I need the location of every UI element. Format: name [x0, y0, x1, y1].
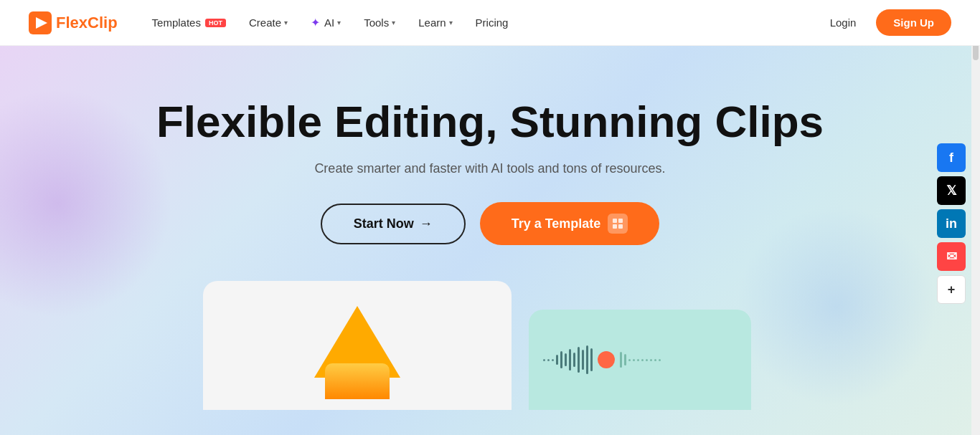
play-rect	[325, 363, 390, 399]
svg-rect-2	[613, 219, 617, 223]
signup-button[interactable]: Sign Up	[876, 9, 951, 36]
waveform	[543, 345, 737, 374]
svg-rect-4	[613, 224, 617, 229]
wave-dot-6	[637, 359, 639, 361]
preview-card-main	[203, 281, 512, 410]
wave-dot-4	[628, 359, 631, 361]
create-label: Create	[249, 16, 281, 29]
wave-bar-7	[582, 350, 584, 370]
social-email-button[interactable]: ✉	[937, 242, 966, 271]
template-icon	[608, 214, 628, 234]
wave-dot-9	[650, 359, 652, 361]
wave-dot-3	[552, 359, 554, 361]
wave-bar-4	[569, 349, 571, 371]
nav-links: Templates HOT Create ▾ ✦ AI ▾ Tools ▾ Le…	[143, 10, 517, 35]
pricing-label: Pricing	[476, 16, 509, 29]
ai-label: AI	[324, 16, 334, 29]
nav-create[interactable]: Create ▾	[240, 11, 296, 34]
learn-chevron: ▾	[449, 19, 453, 27]
wave-dot-10	[654, 359, 656, 361]
wave-bar-6	[578, 347, 580, 373]
wave-dot-1	[543, 359, 545, 361]
wave-bar-11	[624, 354, 626, 365]
try-template-label: Try a Template	[512, 216, 601, 231]
hero-preview	[203, 281, 777, 410]
hero-title: Flexible Editing, Stunning Clips	[156, 96, 824, 147]
svg-rect-5	[618, 224, 623, 229]
play-shape-icon	[314, 292, 400, 399]
hero-section: Flexible Editing, Stunning Clips Create …	[0, 46, 980, 435]
social-more-button[interactable]: +	[937, 275, 966, 304]
social-sidebar: f 𝕏 in ✉ +	[937, 143, 966, 304]
hero-subtitle: Create smarter and faster with AI tools …	[314, 161, 665, 176]
wave-bar-1	[556, 355, 558, 365]
wave-bar-9	[590, 348, 593, 371]
start-now-button[interactable]: Start Now →	[321, 204, 466, 244]
start-now-label: Start Now	[354, 216, 414, 231]
nav-tools[interactable]: Tools ▾	[355, 11, 404, 34]
wave-playhead	[598, 351, 615, 368]
navbar: FlexClip Templates HOT Create ▾ ✦ AI ▾ T…	[0, 0, 980, 46]
tools-label: Tools	[364, 16, 389, 29]
ai-star-icon: ✦	[311, 16, 320, 29]
social-facebook-button[interactable]: f	[937, 143, 966, 172]
svg-rect-3	[618, 219, 623, 223]
wave-bar-8	[586, 345, 588, 374]
nav-pricing[interactable]: Pricing	[467, 11, 517, 34]
try-template-button[interactable]: Try a Template	[480, 202, 660, 245]
wave-dot-7	[641, 359, 644, 361]
logo-icon	[29, 11, 52, 34]
templates-label: Templates	[152, 16, 201, 29]
wave-dot-11	[659, 359, 661, 361]
wave-bar-2	[560, 351, 562, 368]
wave-bar-3	[565, 353, 567, 366]
ai-chevron: ▾	[337, 19, 341, 27]
wave-bar-10	[620, 352, 622, 368]
hot-badge: HOT	[205, 19, 226, 27]
tools-chevron: ▾	[392, 19, 395, 27]
wave-dot-2	[547, 359, 550, 361]
nav-ai[interactable]: ✦ AI ▾	[302, 10, 349, 35]
logo[interactable]: FlexClip	[29, 11, 118, 34]
social-linkedin-button[interactable]: in	[937, 209, 966, 238]
create-chevron: ▾	[284, 19, 288, 27]
nav-learn[interactable]: Learn ▾	[410, 11, 461, 34]
logo-text: FlexClip	[56, 14, 118, 32]
navbar-right: Login Sign Up	[819, 9, 951, 36]
learn-label: Learn	[418, 16, 446, 29]
navbar-left: FlexClip Templates HOT Create ▾ ✦ AI ▾ T…	[29, 10, 517, 35]
social-twitter-button[interactable]: 𝕏	[937, 176, 966, 205]
nav-templates[interactable]: Templates HOT	[143, 11, 235, 34]
scrollbar[interactable]	[971, 0, 980, 435]
wave-bar-5	[573, 353, 575, 367]
preview-card-audio	[529, 310, 751, 410]
login-button[interactable]: Login	[819, 11, 868, 34]
wave-dot-5	[633, 359, 635, 361]
start-now-arrow: →	[420, 216, 433, 231]
wave-dot-8	[646, 359, 648, 361]
hero-buttons: Start Now → Try a Template	[321, 202, 660, 245]
